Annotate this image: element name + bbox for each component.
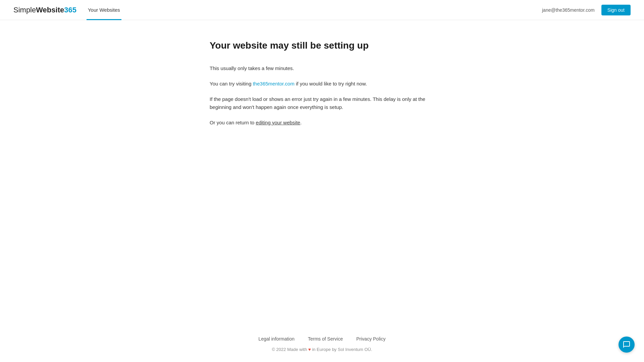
content-section: This usually only takes a few minutes. Y… bbox=[210, 64, 434, 127]
logo-website: Website bbox=[36, 6, 64, 14]
paragraph-4-prefix: Or you can return to bbox=[210, 120, 256, 125]
copyright-text: © 2022 Made with bbox=[272, 347, 307, 352]
heart-icon: ♥ bbox=[308, 347, 311, 352]
paragraph-1: This usually only takes a few minutes. bbox=[210, 64, 434, 72]
terms-of-service-link[interactable]: Terms of Service bbox=[308, 336, 343, 342]
logo-365: 365 bbox=[64, 6, 76, 14]
header-right: jane@the365mentor.com Sign out bbox=[542, 5, 631, 15]
logo[interactable]: SimpleWebsite365 bbox=[13, 6, 76, 14]
sign-out-button[interactable]: Sign out bbox=[601, 5, 631, 15]
edit-website-link[interactable]: editing your website bbox=[256, 120, 301, 125]
chat-icon bbox=[623, 341, 631, 349]
footer-links: Legal information Terms of Service Priva… bbox=[13, 336, 631, 342]
paragraph-3: If the page doesn't load or shows an err… bbox=[210, 95, 434, 111]
header-left: SimpleWebsite365 Your Websites bbox=[13, 0, 121, 20]
chat-button[interactable] bbox=[619, 337, 635, 353]
main-content: Your website may still be setting up Thi… bbox=[196, 20, 448, 326]
copyright-suffix: in Europe by Sol Inventum OÜ. bbox=[312, 347, 372, 352]
privacy-policy-link[interactable]: Privacy Policy bbox=[356, 336, 385, 342]
footer: Legal information Terms of Service Priva… bbox=[0, 326, 644, 362]
main-nav: Your Websites bbox=[87, 0, 121, 20]
page-title: Your website may still be setting up bbox=[210, 40, 434, 51]
logo-simple: Simple bbox=[13, 6, 36, 14]
paragraph-4: Or you can return to editing your websit… bbox=[210, 119, 434, 127]
paragraph-2: You can try visiting the365mentor.com if… bbox=[210, 80, 434, 88]
site-link[interactable]: the365mentor.com bbox=[253, 81, 294, 86]
your-websites-nav-item[interactable]: Your Websites bbox=[87, 0, 121, 20]
paragraph-2-prefix: You can try visiting bbox=[210, 81, 253, 86]
paragraph-2-suffix: if you would like to try right now. bbox=[294, 81, 367, 86]
legal-information-link[interactable]: Legal information bbox=[259, 336, 294, 342]
user-email: jane@the365mentor.com bbox=[542, 7, 595, 13]
footer-copyright: © 2022 Made with ♥ in Europe by Sol Inve… bbox=[13, 347, 631, 352]
paragraph-4-suffix: . bbox=[300, 120, 302, 125]
